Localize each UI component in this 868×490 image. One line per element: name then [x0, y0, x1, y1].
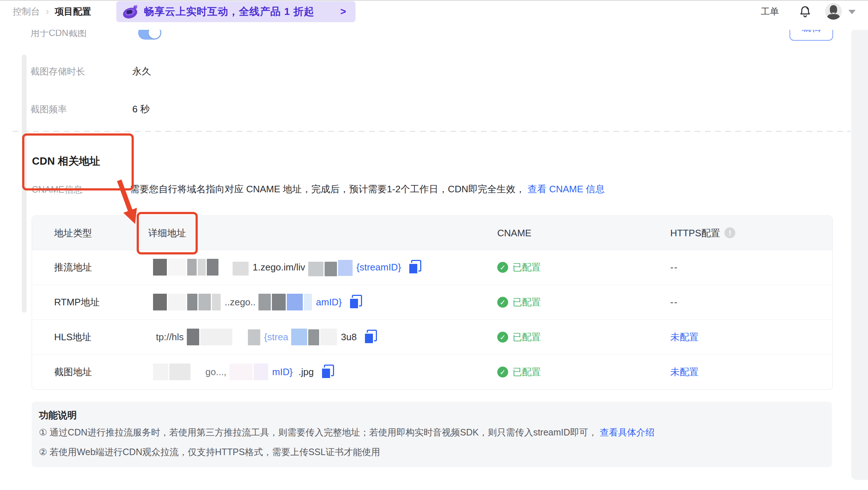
col-header-address-type: 地址类型 — [54, 226, 92, 239]
redacted-block — [325, 262, 337, 276]
breadcrumb-console[interactable]: 控制台 — [13, 5, 40, 17]
redacted-block — [207, 259, 218, 276]
check-circle-icon: ✓ — [497, 332, 508, 342]
address-type: RTMP地址 — [54, 296, 100, 309]
setting-value-snapshot-frequency: 6 秒 — [132, 103, 150, 116]
col-header-cname: CNAME — [497, 227, 531, 238]
url-fragment: {streamID} — [357, 262, 401, 273]
page: 编辑 用于CDN截图 截图存储时长 永久 截图频率 6 秒 CDN 相关地址 C… — [0, 0, 868, 490]
redacted-block — [187, 259, 197, 276]
detail-address-redacted: go...,mID}.jpg — [153, 364, 334, 380]
redacted-block — [168, 259, 186, 276]
view-cname-link[interactable]: 查看 CNAME 信息 — [527, 184, 604, 194]
https-status: -- — [670, 297, 678, 308]
note-item: ② 若使用Web端进行CDN观众拉流，仅支持HTTPS格式，需要上传SSL证书才… — [39, 446, 380, 458]
url-fragment: tp://hls — [156, 332, 184, 343]
address-type: 截图地址 — [54, 366, 92, 378]
redacted-block — [304, 294, 312, 310]
promo-banner[interactable]: 畅享云上实时互动，全线产品 1 折起 > — [116, 1, 355, 22]
redacted-block — [291, 329, 307, 345]
breadcrumb: 控制台 › 项目配置 — [13, 0, 91, 23]
redacted-block — [258, 294, 271, 310]
setting-value-storage-duration: 永久 — [132, 65, 151, 78]
check-circle-icon: ✓ — [497, 297, 508, 308]
check-circle-icon: ✓ — [497, 262, 508, 273]
copy-icon[interactable] — [364, 330, 377, 344]
url-fragment: {strea — [264, 332, 289, 343]
avatar-smile — [832, 11, 835, 14]
right-gutter-background — [851, 30, 868, 480]
cname-status-label: 已配置 — [513, 366, 541, 378]
address-type: 推流地址 — [54, 261, 92, 274]
url-fragment: amID} — [316, 297, 342, 308]
red-highlight-box-detail-address — [137, 212, 198, 254]
redacted-block — [320, 329, 337, 345]
setting-label-storage-duration: 截图存储时长 — [31, 65, 85, 77]
view-details-link[interactable]: 查看具体介绍 — [600, 427, 654, 437]
feature-notes-panel: 功能说明 ① 通过CDN进行推拉流服务时，若使用第三方推拉流工具，则需要传入完整… — [32, 402, 832, 467]
top-header-bar: 控制台 › 项目配置 畅享云上实时互动，全线产品 1 折起 > 工单 — [0, 0, 868, 30]
cname-info-text: 需要您自行将域名指向对应 CNAME 地址，完成后，预计需要1-2个工作日，CD… — [130, 183, 605, 196]
redacted-block — [233, 262, 249, 276]
cname-status-label: 已配置 — [513, 331, 541, 344]
breadcrumb-project-config: 项目配置 — [55, 5, 91, 17]
window-top-edge — [0, 0, 868, 1]
redacted-block — [168, 294, 186, 310]
https-configure-link[interactable]: 未配置 — [670, 331, 699, 344]
cname-status-label: 已配置 — [513, 261, 541, 274]
https-status: -- — [670, 262, 678, 273]
redacted-block — [187, 329, 199, 345]
user-avatar[interactable] — [825, 3, 842, 20]
cname-status: ✓ 已配置 — [497, 331, 541, 344]
redacted-block — [308, 329, 319, 345]
url-fragment: .jpg — [298, 366, 314, 378]
redacted-block — [254, 364, 268, 380]
note-item: ① 通过CDN进行推拉流服务时，若使用第三方推拉流工具，则需要传入完整地址；若使… — [39, 426, 654, 438]
detail-address-redacted: tp://hls{strea3u8 — [153, 329, 377, 345]
redacted-block — [248, 329, 260, 345]
redacted-block — [153, 259, 167, 276]
detail-address-redacted: ..zego..amID} — [153, 294, 362, 310]
url-fragment: mID} — [272, 366, 293, 378]
redacted-block — [272, 294, 286, 310]
url-fragment: 1.zego.im/liv — [253, 262, 305, 273]
url-fragment: go..., — [205, 366, 226, 378]
redacted-block — [229, 364, 253, 380]
notification-bell-icon[interactable] — [798, 4, 812, 19]
copy-icon[interactable] — [321, 365, 334, 379]
address-type: HLS地址 — [54, 331, 92, 344]
https-configure-link[interactable]: 未配置 — [670, 366, 699, 378]
redacted-block — [187, 294, 197, 310]
check-circle-icon: ✓ — [497, 366, 508, 377]
detail-address-redacted: 1.zego.im/liv{streamID} — [153, 258, 421, 276]
redacted-block — [200, 329, 232, 345]
col-header-https-config: HTTPS配置 ! — [670, 226, 735, 239]
cname-status: ✓ 已配置 — [497, 366, 541, 378]
promo-banner-arrow-icon[interactable]: > — [340, 6, 346, 17]
redacted-block — [308, 262, 324, 276]
table-row: 推流地址 1.zego.im/liv{streamID} ✓ 已配置 -- — [32, 250, 832, 285]
redacted-block — [169, 364, 190, 380]
avatar-shoulders — [827, 14, 840, 20]
redacted-block — [338, 260, 353, 276]
cname-status-label: 已配置 — [513, 296, 541, 309]
cname-status: ✓ 已配置 — [497, 296, 541, 309]
url-fragment: ..zego.. — [225, 297, 256, 308]
redacted-block — [198, 294, 211, 310]
info-icon[interactable]: ! — [724, 228, 735, 238]
copy-icon[interactable] — [408, 260, 421, 274]
cname-status: ✓ 已配置 — [497, 261, 541, 274]
note-text: ② 若使用Web端进行CDN观众拉流，仅支持HTTPS格式，需要上传SSL证书才… — [39, 447, 380, 457]
redacted-block — [287, 294, 303, 310]
redacted-block — [212, 294, 221, 310]
redacted-block — [153, 294, 167, 310]
copy-icon[interactable] — [349, 295, 362, 309]
section-title: CDN 相关地址 — [32, 154, 100, 169]
table-row: RTMP地址 ..zego..amID} ✓ 已配置 -- — [32, 285, 832, 320]
promo-banner-text: 畅享云上实时互动，全线产品 1 折起 — [144, 5, 314, 19]
cname-info-description: 需要您自行将域名指向对应 CNAME 地址，完成后，预计需要1-2个工作日，CD… — [130, 184, 525, 194]
url-fragment: 3u8 — [341, 332, 357, 343]
ticket-link[interactable]: 工单 — [761, 0, 779, 23]
breadcrumb-separator-icon: › — [46, 6, 49, 17]
chevron-down-icon[interactable] — [848, 10, 856, 14]
